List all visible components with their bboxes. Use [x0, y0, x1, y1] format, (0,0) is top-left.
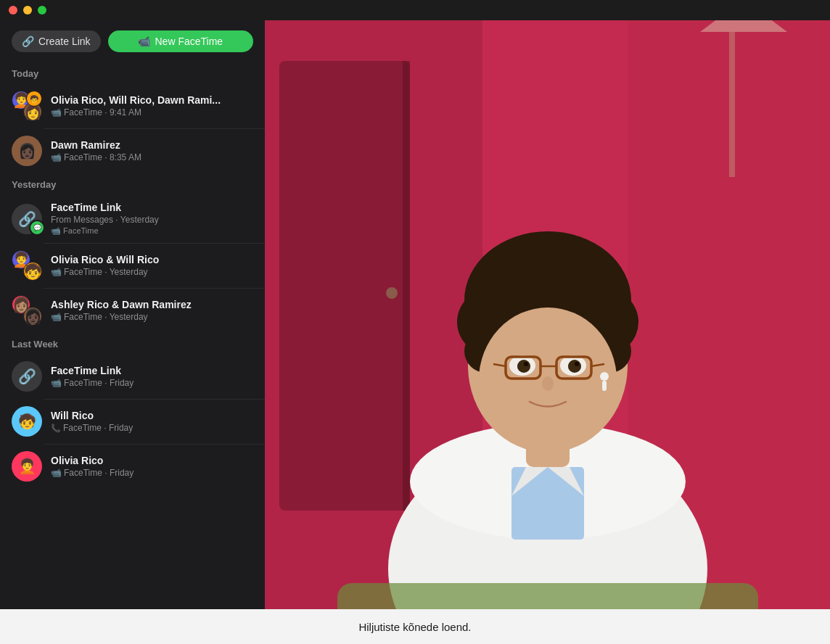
avatar-part: 🧒: [23, 262, 42, 281]
call-detail: 📹 FaceTime · Friday: [51, 468, 253, 478]
video-icon: 📹: [51, 378, 62, 388]
video-camera-icon: 📹: [138, 36, 150, 47]
call-name: Dawn Ramirez: [51, 139, 253, 151]
svg-rect-36: [602, 381, 607, 391]
call-name: FaceTime Link: [51, 365, 253, 376]
new-facetime-button[interactable]: 📹 New FaceTime: [108, 30, 253, 52]
call-name: Olivia Rico & Will Rico: [51, 254, 253, 265]
svg-point-34: [542, 376, 554, 391]
avatar: 👩🏿: [12, 136, 42, 166]
list-item[interactable]: 🔗 💬 FaceTime Link From Messages · Yester…: [0, 194, 265, 243]
svg-point-35: [600, 372, 609, 381]
list-item[interactable]: 🧒 Will Rico 📞 FaceTime · Friday: [0, 399, 265, 444]
avatar: 🔗 💬: [12, 204, 42, 234]
avatar: 🔗: [12, 361, 42, 392]
video-icon: 📹: [51, 107, 62, 117]
person-silhouette: [265, 20, 830, 609]
section-header-yesterday: Yesterday: [0, 173, 265, 194]
call-detail: From Messages · Yesterday: [51, 215, 253, 225]
svg-rect-40: [337, 583, 758, 609]
new-facetime-label: New FaceTime: [155, 36, 223, 47]
svg-point-26: [568, 360, 581, 373]
avatar: 🧑‍🦱 👩 🧒: [12, 91, 42, 121]
list-item[interactable]: 🔗 FaceTime Link 📹 FaceTime · Friday: [0, 354, 265, 399]
close-button[interactable]: [9, 6, 17, 15]
call-name: Olivia Rico, Will Rico, Dawn Rami...: [51, 94, 253, 106]
sidebar-toolbar: 🔗 Create Link 📹 New FaceTime: [0, 20, 265, 62]
avatar: 👩🏽 👩🏿: [12, 295, 42, 326]
video-icon: 📹: [51, 267, 62, 277]
avatar: 🧑‍🦱 🧒: [12, 250, 42, 281]
video-icon: 📹: [51, 152, 62, 162]
video-area: [265, 20, 830, 609]
call-detail: 📹 FaceTime · 8:35 AM: [51, 152, 253, 162]
avatar-main: 👩🏿: [12, 136, 42, 166]
avatar-main: 🧒: [12, 406, 42, 437]
svg-point-27: [524, 362, 528, 366]
link-icon: 🔗: [18, 368, 36, 385]
caption-bar: Hiljutiste kõnede loend.: [0, 609, 830, 644]
avatar: 🧒: [12, 406, 42, 437]
call-detail: 📹 FaceTime · Yesterday: [51, 267, 253, 277]
minimize-button[interactable]: [23, 6, 32, 15]
create-link-button[interactable]: 🔗 Create Link: [12, 30, 101, 52]
video-icon-small: 📹: [51, 226, 61, 235]
call-info: Ashley Rico & Dawn Ramirez 📹 FaceTime · …: [51, 299, 253, 322]
call-name: Olivia Rico: [51, 455, 253, 466]
video-icon: 📹: [51, 312, 62, 322]
avatar-main: 🧑‍🦱: [12, 451, 42, 482]
call-info: Olivia Rico 📹 FaceTime · Friday: [51, 455, 253, 478]
call-list-today: 🧑‍🦱 👩 🧒 Olivia Rico, Will Rico, Dawn Ram…: [0, 83, 265, 173]
call-name: FaceTime Link: [51, 202, 253, 213]
avatar-part: 🧒: [26, 91, 42, 107]
list-item[interactable]: 🧑‍🦱 👩 🧒 Olivia Rico, Will Rico, Dawn Ram…: [0, 83, 265, 128]
create-link-label: Create Link: [38, 36, 91, 47]
list-item[interactable]: 👩🏿 Dawn Ramirez 📹 FaceTime · 8:35 AM: [0, 128, 265, 173]
link-avatar: 🔗: [12, 361, 42, 392]
main-content: 🔗 Create Link 📹 New FaceTime Today 🧑‍🦱: [0, 20, 830, 609]
maximize-button[interactable]: [38, 6, 46, 15]
call-detail: 📞 FaceTime · Friday: [51, 423, 253, 433]
list-item[interactable]: 🧑‍🦱 Olivia Rico 📹 FaceTime · Friday: [0, 444, 265, 489]
section-header-last-week: Last Week: [0, 333, 265, 354]
call-info: Olivia Rico & Will Rico 📹 FaceTime · Yes…: [51, 254, 253, 277]
call-detail: 📹 FaceTime · Yesterday: [51, 312, 253, 322]
svg-rect-2: [279, 61, 410, 511]
call-detail: 📹 FaceTime · 9:41 AM: [51, 107, 253, 117]
app-window: 🔗 Create Link 📹 New FaceTime Today 🧑‍🦱: [0, 0, 830, 644]
call-sub-detail: 📹 FaceTime: [51, 226, 253, 236]
call-info: Will Rico 📞 FaceTime · Friday: [51, 410, 253, 433]
avatar-badge: 💬: [29, 220, 45, 236]
avatar: 🧑‍🦱: [12, 451, 42, 482]
call-info: Olivia Rico, Will Rico, Dawn Rami... 📹 F…: [51, 94, 253, 117]
call-info: Dawn Ramirez 📹 FaceTime · 8:35 AM: [51, 139, 253, 162]
video-icon: 📹: [51, 468, 62, 478]
phone-icon: 📞: [51, 424, 61, 433]
list-item[interactable]: 👩🏽 👩🏿 Ashley Rico & Dawn Ramirez 📹 FaceT…: [0, 288, 265, 333]
video-background: [265, 20, 830, 609]
section-header-today: Today: [0, 62, 265, 83]
call-info: FaceTime Link From Messages · Yesterday …: [51, 202, 253, 236]
title-bar: [0, 0, 830, 20]
svg-point-25: [517, 360, 530, 373]
link-icon: 🔗: [22, 36, 34, 47]
svg-point-4: [386, 287, 398, 299]
svg-point-28: [575, 362, 579, 366]
avatar-part: 👩🏿: [23, 307, 42, 326]
call-name: Ashley Rico & Dawn Ramirez: [51, 299, 253, 310]
list-item[interactable]: 🧑‍🦱 🧒 Olivia Rico & Will Rico 📹 FaceTime…: [0, 243, 265, 288]
call-info: FaceTime Link 📹 FaceTime · Friday: [51, 365, 253, 388]
call-detail: 📹 FaceTime · Friday: [51, 378, 253, 388]
sidebar: 🔗 Create Link 📹 New FaceTime Today 🧑‍🦱: [0, 20, 265, 609]
svg-rect-3: [403, 61, 410, 511]
call-list-yesterday: 🔗 💬 FaceTime Link From Messages · Yester…: [0, 194, 265, 333]
call-name: Will Rico: [51, 410, 253, 421]
caption-text: Hiljutiste kõnede loend.: [358, 621, 471, 633]
call-list-last-week: 🔗 FaceTime Link 📹 FaceTime · Friday: [0, 354, 265, 489]
